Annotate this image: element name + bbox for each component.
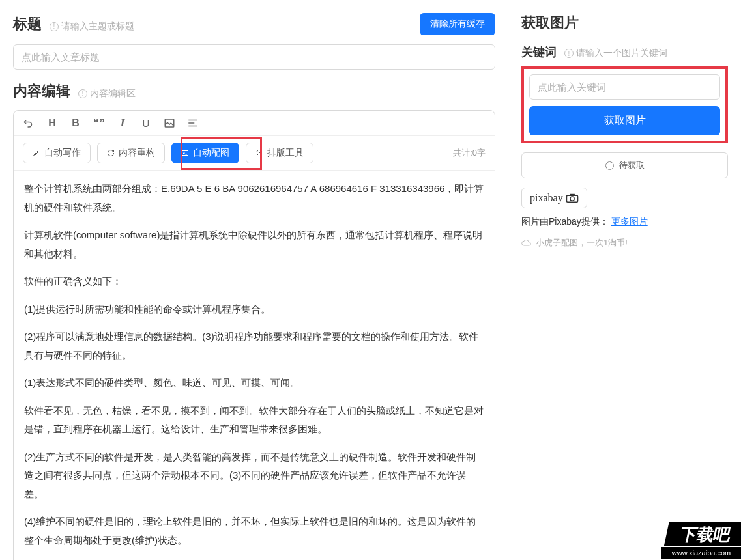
title-label: 标题 bbox=[13, 16, 42, 32]
main-column: 标题 ! 请输入主题或标题 清除所有缓存 内容编辑 ! 内容编辑区 bbox=[0, 0, 508, 560]
circle-icon bbox=[605, 161, 614, 170]
content-label-group: 内容编辑 ! 内容编辑区 bbox=[13, 81, 136, 101]
paragraph: (2)程序可以满意地处理信息的数据结构。(3)说明程序功能要求和程序需要的文档的… bbox=[24, 328, 484, 365]
pencil-icon bbox=[33, 149, 40, 157]
keyword-hint: ! 请输入一个图片关键词 bbox=[564, 48, 667, 58]
layout-tool-button[interactable]: 排版工具 bbox=[246, 143, 313, 163]
paragraph: 软件看不见，无色，枯燥，看不见，摸不到，闻不到。软件大部分存在于人们的头脑或纸上… bbox=[24, 402, 484, 439]
title-section-header: 标题 ! 请输入主题或标题 清除所有缓存 bbox=[13, 13, 495, 35]
paragraph: 软件的正确含义如下： bbox=[24, 272, 484, 291]
pending-button[interactable]: 待获取 bbox=[521, 152, 728, 178]
content-restructure-button[interactable]: 内容重构 bbox=[97, 143, 165, 163]
cloud-icon bbox=[521, 239, 532, 247]
footer-note: 小虎子配图，一次1淘币! bbox=[521, 237, 728, 249]
heading-icon[interactable]: H bbox=[46, 117, 58, 129]
paragraph: 整个计算机系统由两部分组成：E.69DA 5 E 6 BA 9062616964… bbox=[24, 180, 484, 217]
keyword-input[interactable] bbox=[529, 74, 720, 100]
image-source-note: 图片由Pixabay提供： 更多图片 bbox=[521, 216, 728, 228]
undo-icon[interactable] bbox=[23, 117, 35, 129]
pixabay-badge: pixabay bbox=[521, 188, 587, 208]
word-count: 共计:0字 bbox=[453, 147, 486, 159]
title-hint: ! 请输入主题或标题 bbox=[50, 21, 134, 33]
quote-icon[interactable]: “” bbox=[93, 117, 105, 129]
highlight-annotation-sidebar: 获取图片 bbox=[521, 66, 728, 143]
content-edit-label: 内容编辑 bbox=[13, 83, 70, 99]
article-title-input[interactable] bbox=[13, 44, 495, 70]
bold-icon[interactable]: B bbox=[70, 117, 81, 129]
svg-text:www.xiazaiba.com: www.xiazaiba.com bbox=[671, 549, 731, 557]
paragraph: (1)表达形式不同的硬件类型、颜色、味道、可见、可摸、可闻。 bbox=[24, 374, 484, 393]
camera-icon bbox=[566, 193, 579, 203]
title-label-group: 标题 ! 请输入主题或标题 bbox=[13, 14, 134, 34]
editor-container: H B “” I U 自动写作 内容重构 bbox=[13, 110, 495, 560]
paragraph: (1)提供运行时所需功能和性能的命令或计算机程序集合。 bbox=[24, 300, 484, 319]
info-icon: ! bbox=[78, 89, 87, 98]
svg-point-7 bbox=[570, 197, 574, 201]
action-toolbar: 自动写作 内容重构 自动配图 排版工具 共计:0字 bbox=[14, 136, 495, 171]
paragraph: (2)生产方式不同的软件是开发，是人类智能的高发挥，而不是传统意义上的硬件制造。… bbox=[24, 448, 484, 504]
image-icon[interactable] bbox=[164, 117, 175, 129]
auto-image-button[interactable]: 自动配图 bbox=[171, 143, 239, 163]
get-image-title: 获取图片 bbox=[521, 13, 728, 33]
watermark: 下载吧 www.xiazaiba.com bbox=[650, 521, 741, 560]
pixabay-logo-text: pixabay bbox=[530, 192, 563, 204]
content-editor[interactable]: 整个计算机系统由两部分组成：E.69DA 5 E 6 BA 9062616964… bbox=[14, 171, 495, 560]
format-toolbar: H B “” I U bbox=[14, 111, 495, 136]
clear-cache-button[interactable]: 清除所有缓存 bbox=[420, 13, 495, 35]
svg-rect-4 bbox=[182, 151, 188, 156]
get-image-button[interactable]: 获取图片 bbox=[529, 106, 720, 135]
refresh-icon bbox=[107, 149, 115, 157]
auto-write-button[interactable]: 自动写作 bbox=[23, 143, 91, 163]
keyword-label: 关键词 bbox=[521, 46, 557, 59]
italic-icon[interactable]: I bbox=[117, 117, 128, 129]
underline-icon[interactable]: U bbox=[140, 117, 152, 129]
wand-icon bbox=[255, 149, 263, 157]
info-icon: ! bbox=[50, 22, 59, 31]
align-left-icon[interactable] bbox=[187, 117, 199, 129]
svg-text:下载吧: 下载吧 bbox=[678, 525, 733, 544]
content-section-header: 内容编辑 ! 内容编辑区 bbox=[13, 81, 495, 101]
content-hint: ! 内容编辑区 bbox=[78, 88, 136, 100]
keyword-label-row: 关键词 ! 请输入一个图片关键词 bbox=[521, 44, 728, 60]
svg-rect-8 bbox=[570, 194, 575, 196]
info-icon: ! bbox=[564, 49, 574, 58]
sidebar: 获取图片 关键词 ! 请输入一个图片关键词 获取图片 待获取 pixabay 图… bbox=[508, 0, 741, 560]
more-images-link[interactable]: 更多图片 bbox=[611, 216, 648, 227]
paragraph: 计算机软件(computer software)是指计算机系统中除硬件以外的所有… bbox=[24, 226, 484, 263]
paragraph: (4)维护不同的硬件是旧的，理论上软件是旧的，并不坏，但实际上软件也是旧的和坏的… bbox=[24, 512, 484, 550]
photo-icon bbox=[181, 149, 189, 157]
